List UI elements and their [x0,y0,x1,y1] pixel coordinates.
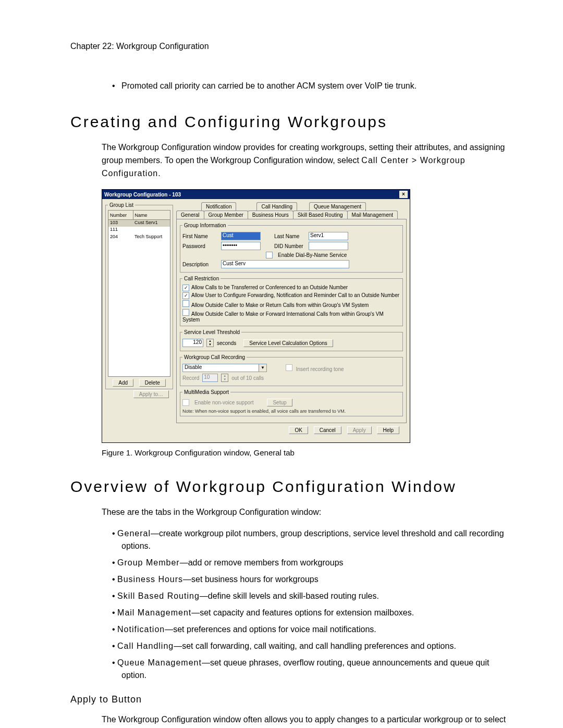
recording-dropdown[interactable]: Disable▼ [182,364,267,372]
restrict-cb-1[interactable]: ✓ [182,285,189,291]
label-dialbyname: Enable Dial-By-Name Service [278,252,347,258]
description-input[interactable]: Cust Serv [221,260,349,268]
tab-group-member[interactable]: Group Member [204,211,248,219]
slt-spinner[interactable]: ▲▼ [206,339,214,347]
recording-tone-label: Insert recording tone [296,366,344,372]
multimedia-note: Note: When non-voice support is enabled,… [182,409,400,414]
top-bullet-line: •Promoted call priority can carried be t… [112,80,511,92]
slt-input[interactable]: 120 [182,339,203,347]
slt-seconds: seconds [217,340,236,346]
list-item: Skill Based Routing—define skill levels … [112,590,511,602]
label-description: Description [182,262,218,267]
top-bullet-text: Promoted call priority can carried be to… [121,81,417,90]
nonvoice-checkbox[interactable] [182,399,189,406]
workgroup-config-dialog: Workgroup Configuration - 103 × Group Li… [102,189,410,443]
nonvoice-label: Enable non-voice support [194,400,253,405]
tab-mail-management[interactable]: Mail Management [347,211,398,219]
group-info-legend: Group Information [182,223,228,228]
dialbyname-checkbox[interactable] [266,252,273,258]
tab-skill-routing[interactable]: Skill Based Routing [293,211,348,219]
first-name-input[interactable]: Cust [221,232,261,240]
col-name: Name [133,211,170,219]
recording-legend: Workgroup Call Recording [182,354,247,360]
did-input[interactable] [309,242,348,250]
record-spinner: ▲▼ [221,374,228,382]
multimedia-frame: MultiMedia Support Enable non-voice supp… [180,389,403,416]
table-row[interactable]: 204Tech Support [108,234,170,241]
list-item: Queue Management—set queue phrases, over… [112,657,511,682]
restrict-cb-4[interactable] [182,309,189,316]
restrict-cb-3[interactable] [182,300,189,307]
apply-to-button[interactable]: Apply to… [133,390,169,398]
screenshot-figure: Workgroup Configuration - 103 × Group Li… [102,189,511,443]
label-first-name: First Name [182,233,218,239]
password-input[interactable]: •••••••• [221,242,261,250]
heading-creating: Creating and Configuring Workgroups [70,113,511,131]
tab-row-front: General Group Member Business Hours Skil… [176,211,407,219]
group-list-legend: Group List [108,202,135,208]
label-last-name: Last Name [274,233,305,239]
cancel-button[interactable]: Cancel [314,426,341,434]
list-item: Call Handling—set call forwarding, call … [112,640,511,652]
delete-button[interactable]: Delete [139,379,166,387]
list-item: Notification—set preferences and options… [112,623,511,636]
restriction-legend: Call Restriction [182,276,221,281]
group-list-table[interactable]: Number Name 103Cust Serv1 111 204Tech Su… [108,210,170,377]
add-button[interactable]: Add [113,379,133,387]
list-item: Mail Management—set capacity and feature… [112,607,511,619]
chevron-down-icon: ▼ [259,364,266,372]
record-count-input: 10 [202,374,218,382]
tab-notification[interactable]: Notification [201,202,236,211]
table-row[interactable]: 111 [108,227,170,233]
table-row[interactable]: 103Cust Serv1 [108,219,170,227]
slt-frame: Service Level Threshold 120 ▲▼ seconds S… [180,329,403,351]
close-icon[interactable]: × [399,191,408,198]
restrict-label-2: Allow User to Configure Forwarding, Noti… [191,292,399,298]
col-number: Number [108,211,133,219]
recording-frame: Workgroup Call Recording Disable▼ Insert… [180,354,403,386]
tab-general[interactable]: General [176,211,204,219]
group-info-frame: Group Information First Name Cust Last N… [180,223,403,273]
list-item: Group Member—add or remove members from … [112,557,511,569]
setup-button[interactable]: Setup [267,399,292,406]
group-list-frame: Group List Number Name 103Cust Serv1 111 [105,202,173,389]
record-suffix: out of 10 calls [231,375,264,381]
chapter-header: Chapter 22: Workgroup Configuration [70,42,511,51]
restrict-cb-2[interactable]: ✓ [182,292,189,299]
label-did: DID Number [274,243,305,249]
restrict-label-1: Allow Calls to be Transferred or Confere… [191,285,348,290]
tab-row-back: Notification Call Handling Queue Managem… [176,202,407,211]
restrict-label-4: Allow Outside Caller to Make or Forward … [182,311,384,323]
multimedia-legend: MultiMedia Support [182,389,230,395]
ok-button[interactable]: OK [289,426,308,434]
slt-options-button[interactable]: Service Level Calculation Options [243,339,333,347]
heading-overview: Overview of Workgroup Configuration Wind… [70,478,511,496]
tab-call-handling[interactable]: Call Handling [256,202,297,211]
tab-queue-management[interactable]: Queue Management [309,202,366,211]
para-apply-to: The Workgroup Configuration window often… [102,713,511,728]
recording-tone-checkbox [286,364,292,371]
figure-caption: Figure 1. Workgroup Configuration window… [102,448,511,457]
overview-list: General—create workgroup pilot numbers, … [112,527,511,682]
overview-intro: These are the tabs in the Workgroup Conf… [102,506,511,519]
heading-apply-to: Apply to Button [70,694,511,705]
label-password: Password [182,243,218,249]
record-label: Record [182,375,199,381]
dialog-titlebar: Workgroup Configuration - 103 × [102,190,410,199]
apply-button[interactable]: Apply [347,426,372,434]
last-name-input[interactable]: Serv1 [309,232,348,240]
dialog-title: Workgroup Configuration - 103 [104,192,181,198]
call-restriction-frame: Call Restriction ✓Allow Calls to be Tran… [180,276,403,326]
restrict-label-3: Allow Outside Caller to Make or Return C… [191,302,369,308]
para-creating: The Workgroup Configuration window provi… [102,141,511,180]
slt-legend: Service Level Threshold [182,329,241,335]
general-tab-panel: Group Information First Name Cust Last N… [176,219,407,423]
list-item: Business Hours—set business hours for wo… [112,573,511,586]
tab-business-hours[interactable]: Business Hours [248,211,293,219]
help-button[interactable]: Help [377,426,399,434]
list-item: General—create workgroup pilot numbers, … [112,527,511,552]
